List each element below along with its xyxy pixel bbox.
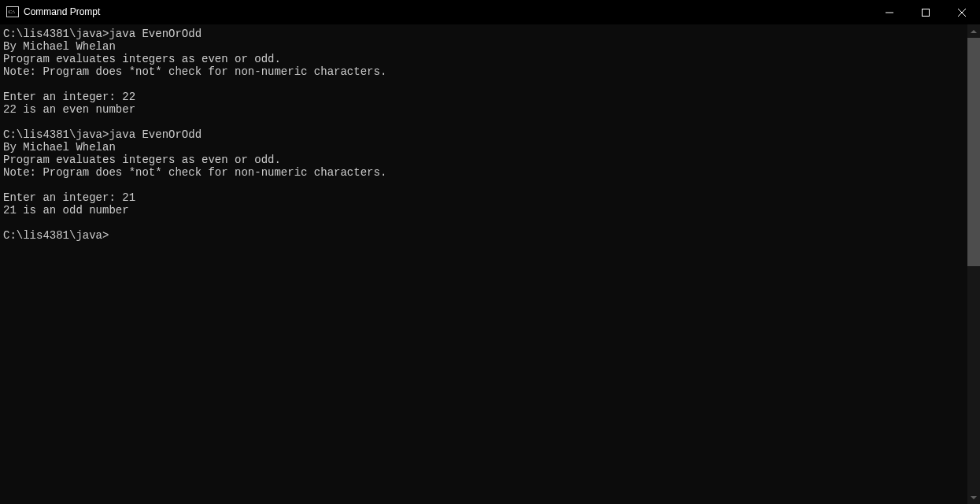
terminal-line: C:\lis4381\java> (3, 229, 964, 242)
svg-marker-6 (971, 30, 977, 33)
window-controls (871, 0, 980, 24)
scroll-up-arrow[interactable] (967, 24, 980, 38)
maximize-button[interactable] (908, 0, 944, 24)
svg-marker-7 (971, 496, 977, 499)
command-prompt-icon: C:\ (6, 6, 19, 18)
terminal-line: Enter an integer: 22 (3, 91, 964, 103)
terminal-line: Note: Program does *not* check for non-n… (3, 166, 964, 179)
minimize-button[interactable] (871, 0, 908, 24)
terminal-line: 22 is an even number (3, 103, 964, 116)
svg-text:C:\: C:\ (9, 9, 16, 15)
terminal-line: Program evaluates integers as even or od… (3, 53, 964, 65)
scrollbar[interactable] (967, 24, 980, 504)
scroll-track[interactable] (967, 38, 980, 491)
terminal-line: C:\lis4381\java>java EvenOrOdd (3, 28, 964, 40)
terminal-line (3, 78, 964, 91)
scroll-down-arrow[interactable] (967, 491, 980, 504)
scroll-thumb[interactable] (967, 38, 980, 266)
window-title: Command Prompt (24, 6, 100, 17)
terminal-line: Note: Program does *not* check for non-n… (3, 65, 964, 78)
svg-rect-3 (923, 9, 930, 16)
terminal-line (3, 116, 964, 128)
terminal-line: 21 is an odd number (3, 204, 964, 217)
terminal-line: By Michael Whelan (3, 40, 964, 53)
titlebar-left: C:\ Command Prompt (0, 6, 100, 18)
terminal-line: C:\lis4381\java>java EvenOrOdd (3, 128, 964, 141)
terminal-content[interactable]: C:\lis4381\java>java EvenOrOddBy Michael… (0, 24, 967, 504)
terminal-line: Enter an integer: 21 (3, 191, 964, 204)
close-button[interactable] (944, 0, 980, 24)
titlebar: C:\ Command Prompt (0, 0, 980, 24)
terminal-line (3, 179, 964, 191)
terminal-line (3, 217, 964, 229)
terminal-line: By Michael Whelan (3, 141, 964, 154)
terminal-area: C:\lis4381\java>java EvenOrOddBy Michael… (0, 24, 980, 504)
terminal-line: Program evaluates integers as even or od… (3, 154, 964, 166)
